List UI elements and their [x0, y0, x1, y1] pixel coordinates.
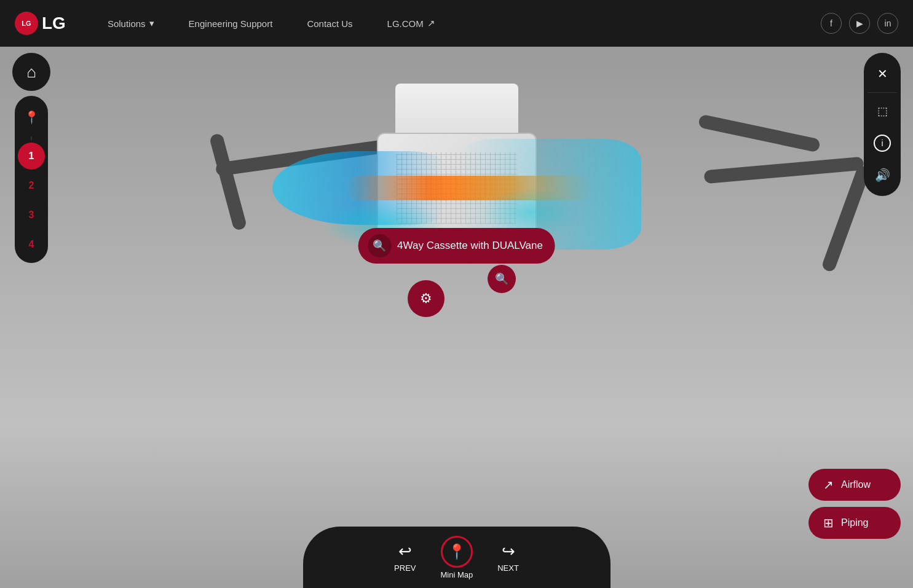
- next-button[interactable]: ↪ NEXT: [497, 542, 519, 573]
- info-icon: i: [874, 135, 891, 152]
- zoom-icon: 🔍: [495, 272, 508, 286]
- number-1-btn[interactable]: 1: [18, 143, 45, 170]
- number-3-btn[interactable]: 3: [18, 202, 45, 229]
- nav-links: Solutions ▾ Engineering Support Contact …: [90, 18, 453, 29]
- piping-button[interactable]: ⊞ Piping: [808, 507, 901, 539]
- home-icon: ⌂: [26, 63, 36, 82]
- home-button[interactable]: ⌂: [12, 53, 50, 91]
- ac-panel: [377, 133, 537, 243]
- rotate-button[interactable]: ⚙: [408, 280, 445, 317]
- nav-lgcom[interactable]: LG.COM ↗: [370, 18, 453, 29]
- external-link-icon: ↗: [427, 18, 435, 29]
- lg-logo-text: LG: [42, 14, 66, 33]
- logo-container: LG LG: [15, 12, 66, 35]
- piping-icon: ⊞: [823, 515, 834, 530]
- ac-grille: [397, 152, 517, 224]
- ac-unit: [358, 84, 555, 243]
- nav-solutions[interactable]: Solutions ▾: [90, 18, 172, 29]
- expand-icon: ⬚: [877, 104, 888, 118]
- close-icon: ✕: [877, 66, 888, 81]
- number-4-btn[interactable]: 4: [18, 231, 45, 258]
- right-panel: ✕ ⬚ i 🔊: [864, 53, 901, 196]
- sound-icon: 🔊: [875, 168, 890, 182]
- number-2-btn[interactable]: 2: [18, 172, 45, 199]
- main-view: 🔍 4Way Cassette with DUALVane ⚙ 🔍 ⌂ 📍 1 …: [0, 47, 913, 588]
- sound-button[interactable]: 🔊: [869, 162, 896, 189]
- facebook-icon[interactable]: f: [821, 13, 842, 34]
- bottom-nav: ↩ PREV 📍 Mini Map ↪ NEXT: [303, 527, 611, 588]
- prev-icon: ↩: [398, 542, 412, 561]
- next-icon: ↪: [502, 542, 515, 561]
- rotate-icon: ⚙: [420, 291, 432, 307]
- search-icon: 🔍: [368, 234, 391, 257]
- airflow-button[interactable]: ↗ Airflow: [808, 469, 901, 501]
- right-control-pill: ✕ ⬚ i 🔊: [864, 53, 901, 196]
- left-number-pill: 📍 1 2 3 4: [15, 96, 48, 263]
- minimap-button[interactable]: 📍 Mini Map: [440, 536, 473, 579]
- navbar: LG LG Solutions ▾ Engineering Support Co…: [0, 0, 913, 47]
- right-actions: ↗ Airflow ⊞ Piping: [808, 469, 901, 539]
- info-button[interactable]: i: [869, 130, 896, 157]
- location-icon-btn[interactable]: 📍: [15, 101, 48, 134]
- youtube-icon[interactable]: ▶: [849, 13, 870, 34]
- linkedin-icon[interactable]: in: [877, 13, 898, 34]
- lg-logo-icon: LG: [15, 12, 38, 35]
- expand-button[interactable]: ⬚: [869, 98, 896, 125]
- airflow-icon: ↗: [823, 477, 834, 492]
- social-links: f ▶ in: [821, 13, 898, 34]
- minimap-icon: 📍: [441, 536, 473, 568]
- nav-engineering[interactable]: Engineering Support: [172, 18, 290, 29]
- location-icon: 📍: [24, 110, 39, 125]
- close-button[interactable]: ✕: [869, 60, 896, 87]
- zoom-button[interactable]: 🔍: [488, 265, 516, 293]
- prev-button[interactable]: ↩ PREV: [394, 542, 416, 573]
- left-panel: ⌂ 📍 1 2 3 4: [12, 53, 50, 263]
- chevron-down-icon: ▾: [149, 18, 154, 29]
- ac-label[interactable]: 🔍 4Way Cassette with DUALVane: [358, 228, 555, 264]
- nav-contact[interactable]: Contact Us: [290, 18, 370, 29]
